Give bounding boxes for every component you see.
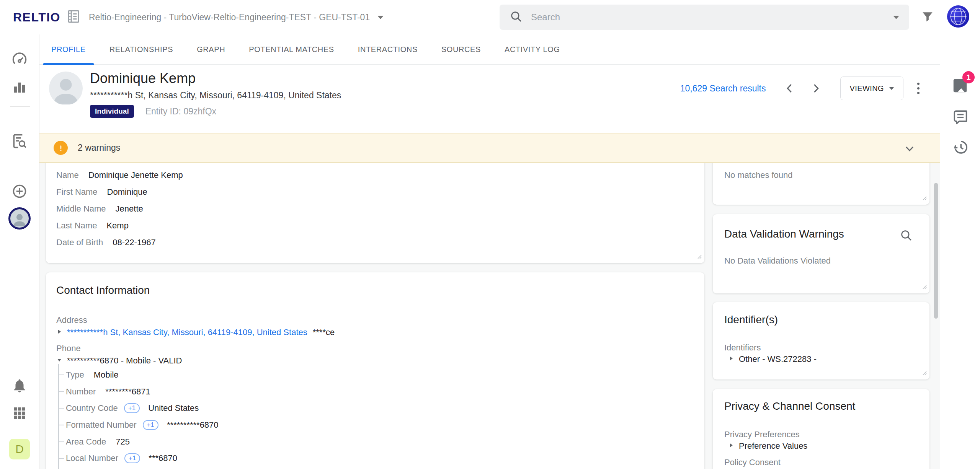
tab-potential-matches[interactable]: POTENTIAL MATCHES bbox=[241, 34, 342, 64]
field-value: Dominique Jenette Kemp bbox=[88, 170, 183, 180]
entity-tabbar: PROFILE RELATIONSHIPS GRAPH POTENTIAL MA… bbox=[39, 34, 940, 65]
contact-information-card: Contact Information Address ***********h… bbox=[46, 272, 704, 469]
right-tool-rail: 1 bbox=[940, 34, 980, 469]
notifications-bell-icon[interactable] bbox=[0, 378, 39, 394]
country-code-pill: +1 bbox=[124, 453, 140, 463]
entity-type-badge: Individual bbox=[90, 105, 134, 118]
policy-consent-label: Policy Consent bbox=[724, 458, 781, 467]
entity-header: Dominique Kemp ***********h St, Kansas C… bbox=[39, 65, 940, 133]
resize-grip-icon[interactable] bbox=[921, 194, 927, 202]
search-input[interactable] bbox=[531, 12, 893, 23]
apps-grid-icon[interactable] bbox=[0, 405, 39, 421]
entity-address: ***********h St, Kansas City, Missouri, … bbox=[90, 90, 341, 101]
tab-graph[interactable]: GRAPH bbox=[189, 34, 233, 64]
field-value: ***6870 bbox=[149, 453, 177, 463]
identifiers-card: Identifier(s) Identifiers Other - WS.272… bbox=[713, 302, 929, 379]
privacy-consent-card: Privacy & Channel Consent Privacy Prefer… bbox=[713, 389, 929, 469]
data-validation-card: Data Validation Warnings No Data Validat… bbox=[713, 214, 929, 293]
user-initial-avatar[interactable]: D bbox=[0, 439, 39, 459]
field-value: Mobile bbox=[94, 370, 119, 380]
tenant-building-icon bbox=[66, 9, 81, 26]
main-content: PROFILE RELATIONSHIPS GRAPH POTENTIAL MA… bbox=[39, 34, 940, 469]
phone-field-row: Formatted Number +1 **********6870 bbox=[66, 419, 219, 431]
field-label: First Name bbox=[56, 187, 98, 197]
warnings-expand-chevron-icon[interactable] bbox=[904, 143, 915, 156]
dashboard-gauge-icon[interactable] bbox=[0, 51, 39, 68]
more-actions-menu-icon[interactable] bbox=[914, 80, 923, 97]
expand-caret-icon[interactable] bbox=[728, 355, 734, 363]
prev-entity-chevron-icon[interactable] bbox=[782, 81, 797, 96]
comments-icon[interactable] bbox=[940, 108, 980, 125]
dv-empty-text: No Data Validations Violated bbox=[724, 256, 831, 266]
field-value: Jenette bbox=[116, 204, 143, 214]
entity-avatar bbox=[49, 72, 83, 105]
tab-sources[interactable]: SOURCES bbox=[433, 34, 489, 64]
field-label: Number bbox=[66, 387, 96, 397]
phone-summary: **********6870 - Mobile - VALID bbox=[67, 356, 182, 366]
phone-field-row: Local Number +1 ***6870 bbox=[66, 453, 177, 464]
tab-relationships[interactable]: RELATIONSHIPS bbox=[101, 34, 181, 64]
field-value: 08-22-1967 bbox=[113, 238, 156, 248]
identifier-item: Other - WS.272283 - bbox=[739, 354, 817, 364]
viewing-mode-button[interactable]: VIEWING bbox=[840, 77, 903, 100]
field-row: Middle Name Jenette bbox=[56, 200, 694, 217]
entity-id: Entity ID: 09zhfQx bbox=[145, 106, 216, 117]
field-label: Local Number bbox=[66, 453, 118, 463]
field-label: Middle Name bbox=[56, 204, 106, 214]
search-entities-icon[interactable] bbox=[0, 133, 39, 150]
left-nav-rail: D bbox=[0, 34, 39, 469]
field-value: ********6871 bbox=[105, 387, 150, 397]
field-row: First Name Dominique bbox=[56, 184, 694, 200]
search-results-link[interactable]: 10,629 Search results bbox=[680, 83, 766, 94]
global-search bbox=[500, 5, 909, 30]
reltio-app: RELTIO Reltio-Engineering - TurboView-Re… bbox=[0, 0, 980, 469]
resize-grip-icon[interactable] bbox=[696, 253, 702, 261]
expand-caret-icon[interactable] bbox=[728, 442, 734, 450]
top-header: RELTIO Reltio-Engineering - TurboView-Re… bbox=[0, 0, 980, 34]
tree-connector-line bbox=[58, 364, 59, 469]
history-icon[interactable] bbox=[940, 139, 980, 156]
address-group-label: Address bbox=[56, 315, 87, 325]
vertical-scrollbar-thumb[interactable] bbox=[934, 183, 938, 319]
field-value: **********6870 bbox=[167, 420, 219, 430]
warnings-banner[interactable]: 2 warnings bbox=[39, 133, 940, 163]
field-label: Type bbox=[66, 370, 84, 380]
filter-icon[interactable] bbox=[920, 10, 935, 24]
card-title: Privacy & Channel Consent bbox=[724, 400, 855, 412]
collapse-caret-icon[interactable] bbox=[56, 357, 62, 365]
field-label: Formatted Number bbox=[66, 420, 137, 430]
field-row: Date of Birth 08-22-1967 bbox=[56, 234, 694, 251]
tenant-selector[interactable]: Reltio-Engineering - TurboView-Reltio-En… bbox=[66, 0, 384, 34]
matches-empty-text: No matches found bbox=[724, 170, 793, 180]
user-globe-avatar[interactable] bbox=[947, 5, 969, 28]
preference-values-tree-row: Preference Values bbox=[728, 440, 807, 452]
field-value: 725 bbox=[116, 437, 130, 447]
active-profile-avatar[interactable] bbox=[0, 207, 39, 230]
identifier-tree-row: Other - WS.272283 - bbox=[728, 353, 817, 365]
phone-field-row: Number ********6871 bbox=[66, 386, 150, 397]
tenant-caret-icon bbox=[377, 16, 384, 19]
field-label: Country Code bbox=[66, 403, 118, 413]
card-title: Contact Information bbox=[56, 284, 150, 296]
tab-profile[interactable]: PROFILE bbox=[43, 34, 94, 64]
analytics-barchart-icon[interactable] bbox=[0, 79, 39, 95]
card-title: Data Validation Warnings bbox=[724, 228, 844, 240]
country-code-pill: +1 bbox=[143, 420, 158, 430]
tab-activity-log[interactable]: ACTIVITY LOG bbox=[497, 34, 568, 64]
add-entity-icon[interactable] bbox=[0, 183, 39, 200]
entity-badges: Individual Entity ID: 09zhfQx bbox=[90, 105, 216, 118]
privacy-preferences-label: Privacy Preferences bbox=[724, 430, 800, 440]
search-scope-caret-icon[interactable] bbox=[893, 16, 899, 19]
matches-card: No matches found bbox=[713, 163, 929, 205]
warning-icon bbox=[54, 141, 68, 155]
field-label: Date of Birth bbox=[56, 238, 103, 248]
card-search-icon[interactable] bbox=[900, 229, 913, 243]
field-row: Last Name Kemp bbox=[56, 217, 694, 234]
address-link[interactable]: ***********h St, Kansas City, Missouri, … bbox=[67, 327, 307, 337]
resize-grip-icon[interactable] bbox=[921, 283, 927, 291]
search-icon bbox=[510, 10, 523, 24]
tab-interactions[interactable]: INTERACTIONS bbox=[350, 34, 426, 64]
resize-grip-icon[interactable] bbox=[921, 369, 927, 377]
next-entity-chevron-icon[interactable] bbox=[808, 81, 823, 96]
expand-caret-icon[interactable] bbox=[56, 329, 62, 336]
